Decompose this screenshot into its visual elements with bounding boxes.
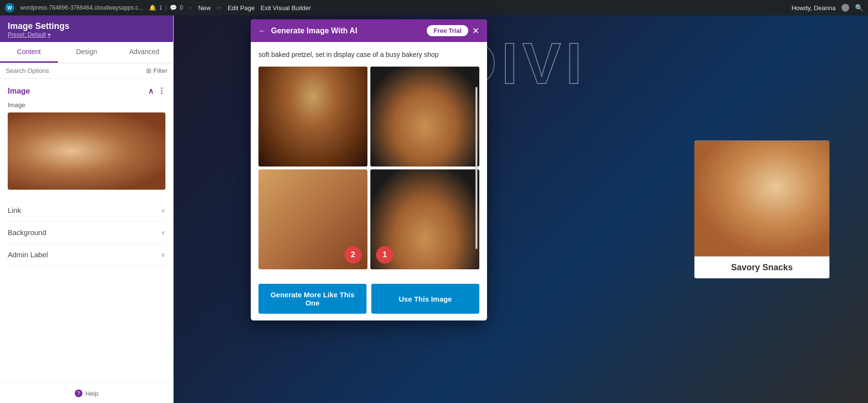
- search-icon[interactable]: 🔍: [855, 4, 863, 12]
- background-section[interactable]: Background ∨: [8, 222, 165, 244]
- modal-image-1[interactable]: [258, 67, 367, 167]
- panel-header: Image Settings Preset: Default ▾: [0, 15, 173, 42]
- savory-snacks-image-inner: [694, 140, 829, 256]
- left-panel: Image Settings Preset: Default ▾ Content…: [0, 15, 174, 403]
- admin-bar-right: Howdy, Deanna 🔍: [791, 4, 863, 12]
- help-icon: ?: [75, 389, 82, 397]
- more-icon[interactable]: ⋮: [158, 86, 165, 96]
- modal-image-grid: 2 1: [258, 67, 479, 269]
- wp-logo-icon[interactable]: W: [5, 3, 14, 13]
- modal-prompt-text: soft baked pretzel, set in display case …: [258, 50, 479, 60]
- image-preview[interactable]: [8, 112, 165, 190]
- background-chevron-icon: ∨: [161, 229, 165, 236]
- new-link[interactable]: New: [198, 4, 211, 12]
- admin-label-section[interactable]: Admin Label ∨: [8, 244, 165, 266]
- modal-back-button[interactable]: ←: [258, 27, 266, 35]
- ai-modal: ← Generate Image With AI Free Trial ✕ so…: [251, 19, 487, 320]
- scroll-bar: [475, 87, 477, 249]
- panel-search-bar: ⊞ Filter: [0, 63, 173, 79]
- panel-footer: ? Help: [0, 382, 173, 403]
- filter-icon: ⊞: [146, 67, 151, 74]
- comment-count: 1: [159, 4, 163, 11]
- modal-image-4[interactable]: 1: [370, 169, 479, 269]
- panel-title: Image Settings: [8, 21, 165, 31]
- chat-icon: 💬: [170, 4, 177, 11]
- site-url: wordpress-784896-3766464.cloudwaysapps.c…: [20, 4, 143, 11]
- modal-image-3[interactable]: 2: [258, 169, 367, 269]
- howdy-text: Howdy, Deanna: [791, 4, 836, 12]
- link-chevron-icon: ∨: [161, 207, 165, 214]
- badge-1: 1: [376, 246, 393, 264]
- help-button[interactable]: ? Help: [75, 389, 98, 397]
- modal-close-button[interactable]: ✕: [472, 26, 479, 36]
- filter-button[interactable]: ⊞ Filter: [146, 67, 167, 74]
- modal-footer: Generate More Like This One Use This Ima…: [251, 277, 487, 320]
- modal-title: Generate Image With AI: [271, 27, 357, 35]
- modal-body: soft baked pretzel, set in display case …: [251, 42, 487, 277]
- image-field-label: Image: [8, 101, 165, 109]
- admin-bar-left: W wordpress-784896-3766464.cloudwaysapps…: [5, 3, 311, 13]
- modal-header-right: Free Trial ✕: [427, 25, 479, 36]
- image-preview-inner: [8, 112, 165, 190]
- savory-snacks-image: [694, 140, 829, 256]
- wp-bar-icons: 🔔 1 | 💬 0: [149, 4, 183, 11]
- zero-count: 0: [180, 4, 183, 11]
- section-actions: ∧ ⋮: [148, 86, 165, 96]
- modal-header-left: ← Generate Image With AI: [258, 27, 357, 35]
- modal-image-1-bg: [258, 67, 367, 167]
- panel-tabs: Content Design Advanced: [0, 42, 173, 63]
- savory-snacks-card: Savory Snacks: [694, 140, 829, 278]
- panel-content: Image ∧ ⋮ Image Link ∨ Background ∨ Admi…: [0, 79, 173, 382]
- free-trial-badge[interactable]: Free Trial: [427, 25, 468, 36]
- modal-image-2[interactable]: [370, 67, 479, 167]
- panel-preset[interactable]: Preset: Default ▾: [8, 31, 165, 38]
- edit-page-link[interactable]: Edit Page: [228, 4, 255, 12]
- collapse-icon[interactable]: ∧: [148, 86, 154, 96]
- modal-image-2-bg: [370, 67, 479, 167]
- ring-icon: 🔔: [149, 4, 156, 11]
- generate-more-button[interactable]: Generate More Like This One: [258, 284, 366, 314]
- tab-design[interactable]: Design: [58, 42, 116, 63]
- savory-snacks-label: Savory Snacks: [694, 256, 829, 278]
- image-section-title: Image ∧ ⋮: [8, 86, 165, 96]
- tab-content[interactable]: Content: [0, 42, 58, 63]
- search-input[interactable]: [6, 67, 142, 74]
- admin-label-chevron-icon: ∨: [161, 251, 165, 258]
- modal-header: ← Generate Image With AI Free Trial ✕: [251, 19, 487, 42]
- badge-2: 2: [344, 246, 362, 264]
- avatar: [841, 4, 849, 12]
- use-image-button[interactable]: Use This Image: [371, 284, 479, 314]
- exit-builder-link[interactable]: Exit Visual Builder: [260, 4, 311, 12]
- wp-admin-bar: W wordpress-784896-3766464.cloudwaysapps…: [0, 0, 868, 15]
- tab-advanced[interactable]: Advanced: [115, 42, 173, 63]
- link-section[interactable]: Link ∨: [8, 199, 165, 222]
